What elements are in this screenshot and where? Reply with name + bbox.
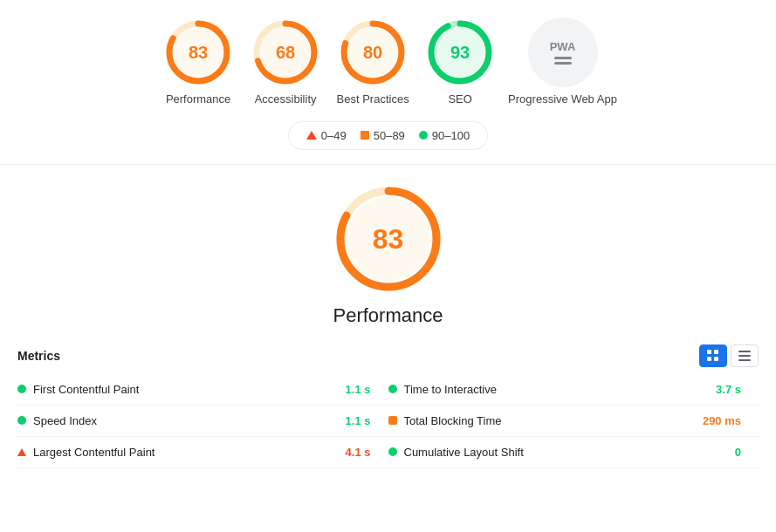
- metric-dot-cls: [388, 447, 397, 456]
- score-value-best-practices: 80: [363, 43, 382, 63]
- score-card-performance[interactable]: 83 Performance: [159, 17, 237, 107]
- metric-value-lcp: 4.1 s: [346, 446, 388, 459]
- metric-dot-si: [17, 416, 26, 425]
- gauge-best-practices: 80: [338, 17, 408, 87]
- score-label-pwa: Progressive Web App: [508, 92, 617, 107]
- big-score-value: 83: [373, 222, 404, 255]
- pwa-line-2: [554, 62, 572, 65]
- score-card-best-practices[interactable]: 80 Best Practices: [333, 17, 412, 107]
- score-card-pwa[interactable]: PWA Progressive Web App: [508, 17, 617, 107]
- legend-item-pass: 90–100: [419, 129, 470, 142]
- list-icon: [738, 349, 752, 363]
- score-label-accessibility: Accessibility: [255, 92, 317, 107]
- svg-rect-11: [714, 350, 718, 354]
- metrics-label: Metrics: [17, 349, 60, 363]
- score-value-accessibility: 68: [276, 43, 295, 63]
- gauge-seo: 93: [425, 17, 495, 87]
- legend-fail-label: 0–49: [321, 129, 347, 142]
- metric-name-fcp: First Contentful Paint: [33, 383, 339, 396]
- pwa-lines: [554, 57, 572, 65]
- score-card-accessibility[interactable]: 68 Accessibility: [246, 17, 325, 107]
- performance-title: Performance: [333, 304, 443, 327]
- legend-square-icon: [361, 131, 369, 140]
- metrics-section: Metrics: [17, 344, 759, 468]
- big-gauge-container: 83: [332, 182, 445, 296]
- metric-name-si: Speed Index: [33, 414, 339, 427]
- svg-rect-10: [707, 350, 711, 354]
- metric-dot-tti: [388, 385, 397, 393]
- metrics-header: Metrics: [17, 344, 759, 367]
- big-gauge-wrapper: 83 Performance: [17, 182, 759, 327]
- score-value-seo: 93: [450, 43, 470, 63]
- metric-name-tti: Time to Interactive: [404, 383, 710, 396]
- view-toggle: [699, 344, 759, 367]
- metric-value-tti: 3.7 s: [716, 383, 759, 396]
- metric-dot-fcp: [17, 385, 26, 393]
- legend-circle-icon: [419, 131, 428, 140]
- metric-value-cls: 0: [735, 446, 759, 459]
- legend-average-label: 50–89: [374, 129, 405, 142]
- metric-name-lcp: Largest Contentful Paint: [33, 446, 339, 459]
- metric-name-tbt: Total Blocking Time: [404, 414, 696, 427]
- legend: 0–49 50–89 90–100: [288, 121, 488, 150]
- metric-row-tti: Time to Interactive 3.7 s: [388, 374, 759, 406]
- score-label-seo: SEO: [448, 92, 471, 107]
- grid-icon: [706, 349, 720, 363]
- main-section: 83 Performance Metrics: [0, 165, 776, 468]
- metric-value-tbt: 290 ms: [703, 414, 759, 427]
- gauge-accessibility: 68: [251, 17, 320, 87]
- pwa-circle: PWA: [528, 17, 598, 87]
- svg-rect-15: [738, 355, 751, 357]
- metric-row-fcp: First Contentful Paint 1.1 s: [17, 374, 388, 406]
- legend-triangle-icon: [306, 131, 317, 140]
- metric-name-cls: Cumulative Layout Shift: [404, 446, 728, 459]
- metric-value-fcp: 1.1 s: [346, 383, 388, 396]
- legend-item-average: 50–89: [361, 129, 405, 142]
- score-cards: 83 Performance 68 Accessibility: [159, 17, 617, 107]
- metrics-grid: First Contentful Paint 1.1 s Time to Int…: [17, 374, 759, 468]
- metric-dot-lcp: [17, 448, 26, 456]
- metric-row-tbt: Total Blocking Time 290 ms: [388, 406, 759, 437]
- top-section: 83 Performance 68 Accessibility: [0, 0, 776, 165]
- metric-row-cls: Cumulative Layout Shift 0: [388, 437, 759, 468]
- score-label-performance: Performance: [166, 92, 230, 107]
- score-card-seo[interactable]: 93 SEO: [421, 17, 499, 107]
- pwa-line-1: [554, 57, 572, 59]
- pwa-text: PWA: [550, 40, 576, 53]
- list-view-button[interactable]: [731, 344, 759, 367]
- metric-row-lcp: Largest Contentful Paint 4.1 s: [17, 437, 388, 468]
- gauge-performance: 83: [163, 17, 233, 87]
- svg-rect-16: [738, 359, 751, 361]
- metric-value-si: 1.1 s: [346, 414, 388, 427]
- metric-row-si: Speed Index 1.1 s: [17, 406, 388, 437]
- svg-rect-12: [707, 357, 711, 361]
- score-label-best-practices: Best Practices: [337, 92, 409, 107]
- score-value-performance: 83: [189, 43, 208, 63]
- grid-view-button[interactable]: [699, 344, 727, 367]
- legend-pass-label: 90–100: [432, 129, 470, 142]
- svg-rect-13: [714, 357, 718, 361]
- legend-item-fail: 0–49: [306, 129, 347, 142]
- metric-dot-tbt: [388, 416, 397, 425]
- svg-rect-14: [738, 351, 751, 352]
